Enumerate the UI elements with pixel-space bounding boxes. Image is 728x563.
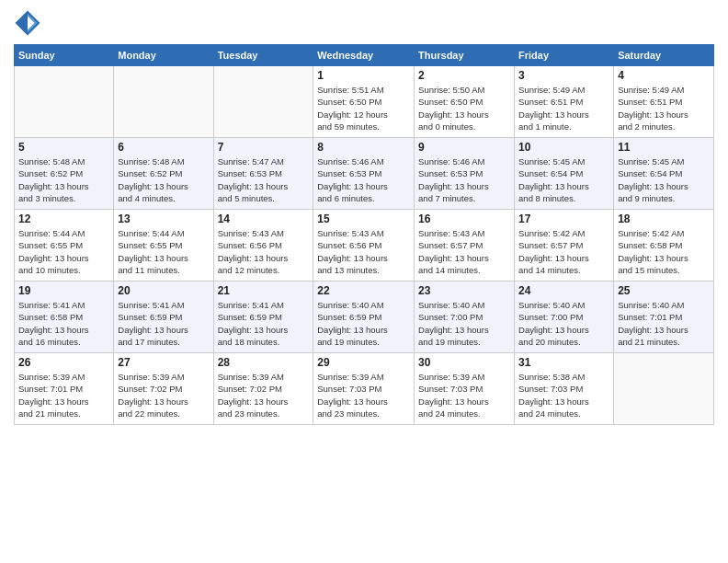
day-number: 3 (518, 69, 609, 82)
weekday-header-row: SundayMondayTuesdayWednesdayThursdayFrid… (15, 45, 714, 66)
calendar-cell: 26Sunrise: 5:39 AM Sunset: 7:01 PM Dayli… (15, 353, 114, 425)
header (14, 9, 714, 37)
calendar-week-5: 26Sunrise: 5:39 AM Sunset: 7:01 PM Dayli… (15, 353, 714, 425)
day-info: Sunrise: 5:39 AM Sunset: 7:02 PM Dayligh… (218, 371, 310, 419)
calendar-cell: 2Sunrise: 5:50 AM Sunset: 6:50 PM Daylig… (415, 66, 515, 138)
day-number: 29 (317, 356, 410, 369)
calendar-cell: 6Sunrise: 5:48 AM Sunset: 6:52 PM Daylig… (114, 138, 213, 210)
day-info: Sunrise: 5:43 AM Sunset: 6:56 PM Dayligh… (218, 227, 310, 276)
calendar-cell: 24Sunrise: 5:40 AM Sunset: 7:00 PM Dayli… (515, 282, 614, 353)
calendar-cell: 28Sunrise: 5:39 AM Sunset: 7:02 PM Dayli… (213, 353, 313, 425)
calendar-cell (213, 66, 313, 138)
day-number: 28 (218, 356, 310, 369)
calendar-cell: 4Sunrise: 5:49 AM Sunset: 6:51 PM Daylig… (614, 66, 714, 138)
day-info: Sunrise: 5:40 AM Sunset: 6:59 PM Dayligh… (317, 299, 410, 348)
calendar-cell: 29Sunrise: 5:39 AM Sunset: 7:03 PM Dayli… (313, 353, 415, 425)
calendar-cell: 9Sunrise: 5:46 AM Sunset: 6:53 PM Daylig… (415, 138, 515, 210)
calendar-week-1: 1Sunrise: 5:51 AM Sunset: 6:50 PM Daylig… (15, 66, 714, 138)
day-info: Sunrise: 5:48 AM Sunset: 6:52 PM Dayligh… (18, 155, 109, 204)
day-info: Sunrise: 5:40 AM Sunset: 7:00 PM Dayligh… (518, 299, 609, 348)
page: SundayMondayTuesdayWednesdayThursdayFrid… (0, 0, 728, 563)
day-info: Sunrise: 5:38 AM Sunset: 7:03 PM Dayligh… (518, 371, 609, 419)
calendar-cell: 30Sunrise: 5:39 AM Sunset: 7:03 PM Dayli… (415, 353, 515, 425)
day-number: 7 (218, 141, 310, 154)
day-number: 10 (518, 141, 609, 154)
calendar-week-3: 12Sunrise: 5:44 AM Sunset: 6:55 PM Dayli… (15, 210, 714, 282)
day-number: 17 (518, 213, 609, 225)
logo-icon (14, 9, 41, 37)
calendar-cell: 18Sunrise: 5:42 AM Sunset: 6:58 PM Dayli… (614, 210, 714, 282)
calendar-cell (114, 66, 213, 138)
calendar-cell: 7Sunrise: 5:47 AM Sunset: 6:53 PM Daylig… (213, 138, 313, 210)
day-number: 4 (618, 69, 710, 82)
calendar-cell: 13Sunrise: 5:44 AM Sunset: 6:55 PM Dayli… (114, 210, 213, 282)
calendar-table: SundayMondayTuesdayWednesdayThursdayFrid… (14, 44, 714, 425)
day-number: 19 (18, 284, 109, 297)
day-number: 15 (317, 213, 410, 225)
day-number: 30 (418, 356, 510, 369)
day-info: Sunrise: 5:46 AM Sunset: 6:53 PM Dayligh… (418, 155, 510, 204)
calendar-cell: 25Sunrise: 5:40 AM Sunset: 7:01 PM Dayli… (614, 282, 714, 353)
calendar-cell: 14Sunrise: 5:43 AM Sunset: 6:56 PM Dayli… (213, 210, 313, 282)
day-number: 20 (118, 284, 209, 297)
calendar-cell: 10Sunrise: 5:45 AM Sunset: 6:54 PM Dayli… (515, 138, 614, 210)
calendar-cell: 16Sunrise: 5:43 AM Sunset: 6:57 PM Dayli… (415, 210, 515, 282)
day-number: 16 (418, 213, 510, 225)
weekday-header-friday: Friday (515, 45, 614, 66)
calendar-cell: 22Sunrise: 5:40 AM Sunset: 6:59 PM Dayli… (313, 282, 415, 353)
calendar-cell: 27Sunrise: 5:39 AM Sunset: 7:02 PM Dayli… (114, 353, 213, 425)
day-number: 14 (218, 213, 310, 225)
day-number: 11 (618, 141, 710, 154)
calendar-cell: 12Sunrise: 5:44 AM Sunset: 6:55 PM Dayli… (15, 210, 114, 282)
calendar-cell: 11Sunrise: 5:45 AM Sunset: 6:54 PM Dayli… (614, 138, 714, 210)
calendar-cell: 15Sunrise: 5:43 AM Sunset: 6:56 PM Dayli… (313, 210, 415, 282)
day-info: Sunrise: 5:42 AM Sunset: 6:57 PM Dayligh… (518, 227, 609, 276)
calendar-cell: 3Sunrise: 5:49 AM Sunset: 6:51 PM Daylig… (515, 66, 614, 138)
day-info: Sunrise: 5:43 AM Sunset: 6:56 PM Dayligh… (317, 227, 410, 276)
day-number: 26 (18, 356, 109, 369)
day-info: Sunrise: 5:41 AM Sunset: 6:58 PM Dayligh… (18, 299, 109, 348)
day-info: Sunrise: 5:45 AM Sunset: 6:54 PM Dayligh… (518, 155, 609, 204)
calendar-cell: 21Sunrise: 5:41 AM Sunset: 6:59 PM Dayli… (213, 282, 313, 353)
calendar-cell: 5Sunrise: 5:48 AM Sunset: 6:52 PM Daylig… (15, 138, 114, 210)
weekday-header-tuesday: Tuesday (213, 45, 313, 66)
day-info: Sunrise: 5:41 AM Sunset: 6:59 PM Dayligh… (118, 299, 209, 348)
day-info: Sunrise: 5:39 AM Sunset: 7:01 PM Dayligh… (18, 371, 109, 419)
day-number: 2 (418, 69, 510, 82)
day-info: Sunrise: 5:44 AM Sunset: 6:55 PM Dayligh… (118, 227, 209, 276)
calendar-cell: 1Sunrise: 5:51 AM Sunset: 6:50 PM Daylig… (313, 66, 415, 138)
day-info: Sunrise: 5:41 AM Sunset: 6:59 PM Dayligh… (218, 299, 310, 348)
calendar-cell (15, 66, 114, 138)
day-info: Sunrise: 5:39 AM Sunset: 7:03 PM Dayligh… (418, 371, 510, 419)
day-info: Sunrise: 5:51 AM Sunset: 6:50 PM Dayligh… (317, 84, 410, 132)
weekday-header-saturday: Saturday (614, 45, 714, 66)
day-info: Sunrise: 5:50 AM Sunset: 6:50 PM Dayligh… (418, 84, 510, 132)
day-number: 27 (118, 356, 209, 369)
day-number: 21 (218, 284, 310, 297)
calendar-cell: 19Sunrise: 5:41 AM Sunset: 6:58 PM Dayli… (15, 282, 114, 353)
day-info: Sunrise: 5:39 AM Sunset: 7:02 PM Dayligh… (118, 371, 209, 419)
weekday-header-thursday: Thursday (415, 45, 515, 66)
day-number: 9 (418, 141, 510, 154)
day-number: 22 (317, 284, 410, 297)
day-info: Sunrise: 5:45 AM Sunset: 6:54 PM Dayligh… (618, 155, 710, 204)
day-number: 18 (618, 213, 710, 225)
weekday-header-monday: Monday (114, 45, 213, 66)
day-info: Sunrise: 5:49 AM Sunset: 6:51 PM Dayligh… (618, 84, 710, 132)
calendar-cell: 8Sunrise: 5:46 AM Sunset: 6:53 PM Daylig… (313, 138, 415, 210)
calendar-cell: 31Sunrise: 5:38 AM Sunset: 7:03 PM Dayli… (515, 353, 614, 425)
day-number: 12 (18, 213, 109, 225)
day-info: Sunrise: 5:42 AM Sunset: 6:58 PM Dayligh… (618, 227, 710, 276)
weekday-header-sunday: Sunday (15, 45, 114, 66)
weekday-header-wednesday: Wednesday (313, 45, 415, 66)
calendar-week-4: 19Sunrise: 5:41 AM Sunset: 6:58 PM Dayli… (15, 282, 714, 353)
day-info: Sunrise: 5:47 AM Sunset: 6:53 PM Dayligh… (218, 155, 310, 204)
day-info: Sunrise: 5:43 AM Sunset: 6:57 PM Dayligh… (418, 227, 510, 276)
day-number: 6 (118, 141, 209, 154)
day-number: 8 (317, 141, 410, 154)
day-info: Sunrise: 5:49 AM Sunset: 6:51 PM Dayligh… (518, 84, 609, 132)
day-number: 1 (317, 69, 410, 82)
day-number: 23 (418, 284, 510, 297)
day-number: 31 (518, 356, 609, 369)
day-info: Sunrise: 5:40 AM Sunset: 7:01 PM Dayligh… (618, 299, 710, 348)
